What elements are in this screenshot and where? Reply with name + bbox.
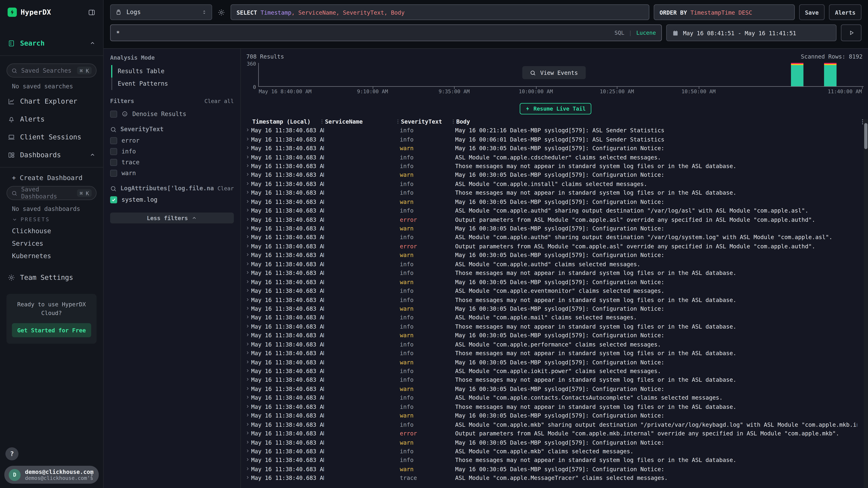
view-events-button[interactable]: View Events [522, 66, 586, 79]
expand-row-icon[interactable] [243, 368, 251, 374]
sidebar-item-team-settings[interactable]: Team Settings [0, 268, 103, 286]
table-row[interactable]: May 16 11:38:40.683 AMwarnMay 16 00:30:0… [243, 331, 868, 339]
expand-row-icon[interactable] [243, 189, 251, 196]
column-resize-handle[interactable]: ⋮ [396, 119, 399, 124]
sidebar-item-client-sessions[interactable]: Client Sessions [0, 128, 103, 146]
sidebar-item-chart-explorer[interactable]: Chart Explorer [0, 92, 103, 110]
table-row[interactable]: May 16 11:38:40.683 AMwarnMay 16 00:30:0… [243, 144, 868, 153]
save-button[interactable]: Save [799, 4, 825, 20]
table-row[interactable]: May 16 11:38:40.683 AMinfoThose messages… [243, 322, 868, 331]
expand-row-icon[interactable] [243, 403, 251, 410]
expand-row-icon[interactable] [243, 430, 251, 436]
expand-row-icon[interactable] [243, 457, 251, 463]
checkbox[interactable] [110, 159, 117, 166]
column-header-timestamp[interactable]: Timestamp (Local) [251, 118, 324, 125]
expand-row-icon[interactable] [243, 207, 251, 214]
checkbox[interactable] [110, 137, 117, 144]
column-header-severitytext[interactable]: ⋮SeverityText [400, 118, 455, 125]
search-input[interactable]: * SQL | Lucene [110, 24, 662, 41]
table-row[interactable]: May 16 11:38:40.683 AMinfoMay 16 00:06:0… [243, 135, 868, 143]
expand-row-icon[interactable] [243, 279, 251, 285]
scrollbar-thumb[interactable] [864, 123, 867, 149]
expand-row-icon[interactable] [243, 136, 251, 142]
expand-row-icon[interactable] [243, 323, 251, 330]
expand-row-icon[interactable] [243, 198, 251, 205]
table-row[interactable]: May 16 11:38:40.683 AMwarnMay 16 00:30:0… [243, 411, 868, 420]
filter-option-info[interactable]: info [110, 146, 234, 157]
collapse-sidebar-icon[interactable] [88, 8, 95, 16]
denoise-checkbox[interactable] [110, 110, 117, 118]
expand-row-icon[interactable] [243, 359, 251, 365]
sidebar-item-dashboards[interactable]: Dashboards [0, 146, 103, 164]
table-row[interactable]: May 16 11:38:40.683 AMinfoASL Module "co… [243, 153, 868, 161]
expand-row-icon[interactable] [243, 421, 251, 428]
table-row[interactable]: May 16 11:38:40.683 AMinfoThose messages… [243, 456, 868, 464]
expand-row-icon[interactable] [243, 350, 251, 356]
table-row[interactable]: May 16 11:38:40.683 AMinfoThose messages… [243, 268, 868, 277]
source-select[interactable]: Logs [110, 4, 212, 20]
table-row[interactable]: May 16 11:38:40.683 AMwarnMay 16 00:30:0… [243, 197, 868, 206]
table-row[interactable]: May 16 11:38:40.683 AMinfoASL Module "co… [243, 206, 868, 215]
checkbox[interactable] [110, 169, 117, 176]
expand-row-icon[interactable] [243, 171, 251, 178]
table-row[interactable]: May 16 11:38:40.683 AMwarnMay 16 00:30:0… [243, 170, 868, 179]
table-row[interactable]: May 16 11:38:40.683 AMinfoASL Module "co… [243, 420, 868, 429]
table-row[interactable]: May 16 11:38:40.683 AMwarnMay 16 00:30:0… [243, 277, 868, 286]
table-row[interactable]: May 16 11:38:40.683 AMerrorOutput parame… [243, 215, 868, 224]
expand-row-icon[interactable] [243, 305, 251, 312]
table-row[interactable]: May 16 11:38:40.683 AMerrorOutput parame… [243, 242, 868, 251]
create-dashboard-button[interactable]: + Create Dashboard [0, 171, 103, 185]
expand-row-icon[interactable] [243, 270, 251, 276]
expand-row-icon[interactable] [243, 127, 251, 134]
expand-row-icon[interactable] [243, 154, 251, 160]
table-row[interactable]: May 16 11:38:40.683 AMwarnMay 16 00:30:0… [243, 384, 868, 393]
table-row[interactable]: May 16 11:38:40.683 AMinfoASL Module "co… [243, 366, 868, 375]
get-started-button[interactable]: Get Started for Free [12, 323, 91, 337]
expand-row-icon[interactable] [243, 145, 251, 151]
table-row[interactable]: May 16 11:38:40.683 AMinfoASL Module "co… [243, 447, 868, 455]
filter-option-system.log[interactable]: system.log [110, 194, 234, 205]
table-row[interactable]: May 16 11:38:40.683 AMtraceASL Module "c… [243, 474, 868, 482]
sql-toggle[interactable]: SQL [615, 30, 624, 36]
table-row[interactable]: May 16 11:38:40.683 AMinfoASL Module "co… [243, 340, 868, 349]
less-filters-button[interactable]: Less filters [110, 213, 234, 223]
scrollbar-track[interactable] [864, 119, 868, 488]
expand-row-icon[interactable] [243, 377, 251, 383]
filter-option-warn[interactable]: warn [110, 167, 234, 178]
select-columns-input[interactable]: SELECT Timestamp, ServiceName, SeverityT… [230, 4, 649, 20]
clear-all-link[interactable]: Clear all [204, 98, 234, 104]
checkbox[interactable] [110, 148, 117, 155]
histogram-bar[interactable] [791, 63, 803, 86]
expand-row-icon[interactable] [243, 287, 251, 294]
table-row[interactable]: May 16 11:38:40.683 AMinfoASL Module "co… [243, 393, 868, 402]
table-row[interactable]: May 16 11:38:40.683 AMwarnMay 16 00:30:0… [243, 438, 868, 447]
table-row[interactable]: May 16 11:38:40.683 AMinfoThose messages… [243, 161, 868, 170]
run-query-button[interactable] [841, 24, 862, 41]
column-resize-handle[interactable]: ⋮ [451, 119, 455, 124]
expand-row-icon[interactable] [243, 314, 251, 321]
expand-row-icon[interactable] [243, 448, 251, 454]
help-button[interactable]: ? [5, 447, 19, 460]
sidebar-item-alerts[interactable]: Alerts [0, 110, 103, 128]
table-row[interactable]: May 16 11:38:40.683 AMwarnMay 16 00:30:0… [243, 251, 868, 259]
alerts-button[interactable]: Alerts [829, 4, 862, 20]
expand-row-icon[interactable] [243, 475, 251, 481]
table-row[interactable]: May 16 11:38:40.683 AMinfoThose messages… [243, 349, 868, 358]
expand-row-icon[interactable] [243, 386, 251, 392]
table-row[interactable]: May 16 11:38:40.683 AMinfoASL Module "co… [243, 286, 868, 295]
user-menu[interactable]: D demos@clickhouse.com demos@clickhouse.… [4, 466, 99, 484]
presets-toggle[interactable]: PRESETS [0, 213, 103, 225]
sidebar-item-search[interactable]: Search [0, 34, 103, 52]
table-row[interactable]: May 16 11:38:40.683 AMwarnMay 16 00:30:0… [243, 304, 868, 313]
table-row[interactable]: May 16 11:38:40.683 AMwarnMay 16 00:30:0… [243, 224, 868, 233]
expand-row-icon[interactable] [243, 332, 251, 338]
expand-row-icon[interactable] [243, 216, 251, 223]
histogram-bar[interactable] [824, 63, 836, 86]
expand-row-icon[interactable] [243, 225, 251, 231]
expand-row-icon[interactable] [243, 341, 251, 347]
expand-row-icon[interactable] [243, 394, 251, 401]
expand-row-icon[interactable] [243, 181, 251, 187]
column-header-servicename[interactable]: ⋮ServiceName [324, 118, 400, 125]
table-row[interactable]: May 16 11:38:40.683 AMinfoThose messages… [243, 188, 868, 197]
table-row[interactable]: May 16 11:38:40.683 AMinfoThose messages… [243, 295, 868, 304]
